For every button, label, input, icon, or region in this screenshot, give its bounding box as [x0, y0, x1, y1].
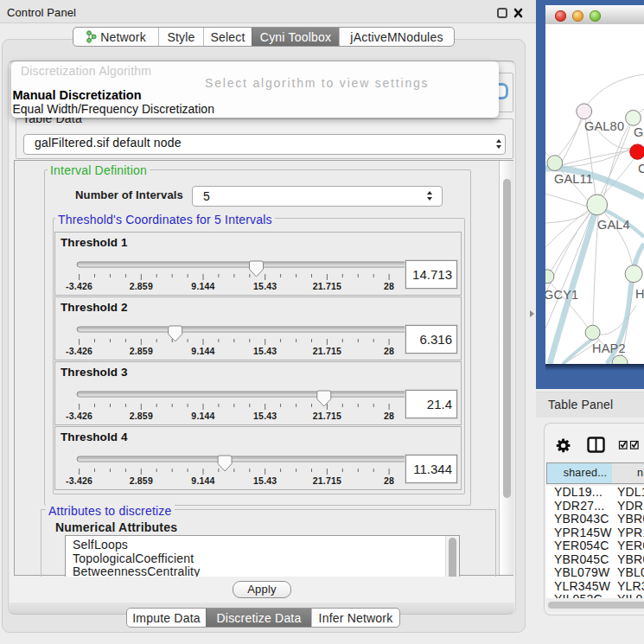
svg-text:GAL11: GAL11	[554, 172, 593, 186]
svg-text:28: 28	[384, 475, 394, 486]
svg-text:2.859: 2.859	[130, 281, 153, 291]
svg-text:GCY1: GCY1	[545, 288, 578, 302]
svg-text:2.859: 2.859	[130, 411, 153, 421]
svg-text:9.144: 9.144	[191, 411, 214, 421]
svg-text:GAL80: GAL80	[584, 119, 624, 133]
svg-text:9.144: 9.144	[191, 346, 214, 356]
svg-text:21.715: 21.715	[313, 346, 341, 356]
svg-text:2.859: 2.859	[130, 346, 153, 356]
svg-text:21.715: 21.715	[313, 475, 341, 486]
svg-text:28: 28	[384, 411, 394, 421]
svg-text:H: H	[635, 287, 644, 301]
svg-text:21.715: 21.715	[313, 411, 341, 421]
svg-text:GA: GA	[634, 125, 644, 139]
svg-text:9.144: 9.144	[191, 475, 214, 486]
svg-text:9.144: 9.144	[191, 281, 214, 291]
svg-text:15.43: 15.43	[253, 281, 277, 291]
svg-text:-3.426: -3.426	[66, 346, 92, 356]
svg-text:15.43: 15.43	[253, 411, 277, 421]
svg-text:-3.426: -3.426	[66, 281, 92, 291]
svg-text:-3.426: -3.426	[66, 475, 92, 486]
svg-text:-3.426: -3.426	[66, 411, 92, 421]
svg-text:28: 28	[384, 281, 394, 291]
svg-text:21.715: 21.715	[313, 281, 341, 291]
svg-text:HAP2: HAP2	[592, 341, 626, 355]
svg-text:15.43: 15.43	[253, 475, 277, 486]
svg-text:2.859: 2.859	[130, 475, 153, 486]
svg-text:C: C	[638, 162, 644, 175]
svg-text:GAL4: GAL4	[597, 218, 630, 232]
svg-text:28: 28	[384, 346, 394, 356]
svg-text:15.43: 15.43	[253, 346, 277, 356]
